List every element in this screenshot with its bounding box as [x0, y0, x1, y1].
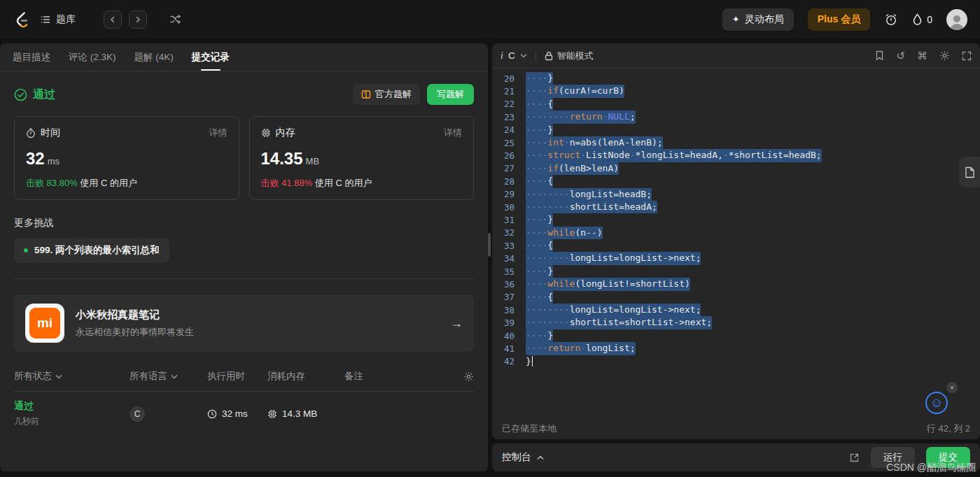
main-area: 题目描述 评论 (2.3K) 题解 (4K) 提交记录 通过: [0, 38, 980, 477]
write-solution-button[interactable]: 写题解: [427, 84, 474, 105]
status-filter-dropdown[interactable]: 所有状态: [14, 370, 130, 383]
console-toggle[interactable]: 控制台: [502, 451, 544, 464]
prev-problem-button[interactable]: [104, 10, 122, 29]
code-line[interactable]: 36····while(longList!=shortList): [492, 278, 980, 290]
code-line[interactable]: 27····if(lenB>lenA): [492, 162, 980, 175]
close-icon[interactable]: ×: [946, 382, 958, 393]
page-icon: [965, 166, 975, 178]
code-line[interactable]: 24····}: [492, 124, 980, 136]
shuffle-icon[interactable]: [169, 13, 181, 25]
official-solution-button[interactable]: 官方题解: [353, 84, 420, 105]
code-line[interactable]: 28····{: [492, 175, 980, 187]
fullscreen-icon[interactable]: [962, 51, 972, 61]
editor-status-bar: 已存储至本地 行 42, 列 2: [492, 418, 980, 439]
tab-description[interactable]: 题目描述: [13, 43, 50, 71]
submit-button[interactable]: 提交: [926, 447, 970, 468]
more-challenges-title: 更多挑战: [14, 217, 474, 229]
drop-count: 0: [927, 14, 932, 25]
console-bar: 控制台 运行 提交: [492, 443, 980, 471]
code-line[interactable]: 25····int·n=abs(lenA-lenB);: [492, 136, 980, 149]
smart-mode-toggle[interactable]: 智能模式: [545, 50, 594, 62]
challenge-link[interactable]: 599. 两个列表的最小索引总和: [14, 238, 169, 263]
runtime-detail-link[interactable]: 详情: [209, 127, 227, 139]
bookmark-icon[interactable]: [875, 50, 884, 61]
row-runtime: 32 ms: [222, 408, 248, 419]
code-line[interactable]: 21····if(curA!=curB): [492, 85, 980, 97]
code-line[interactable]: 41····return·longList;: [492, 342, 980, 355]
row-memory: 14.3 MB: [282, 408, 317, 419]
note-column-header: 备注: [344, 370, 463, 383]
tab-comments[interactable]: 评论 (2.3K): [69, 43, 116, 71]
table-settings-icon[interactable]: [463, 371, 474, 382]
plus-member-button[interactable]: Plus 会员: [808, 8, 870, 31]
memory-beat: 击败 41.88%: [261, 178, 313, 188]
code-line[interactable]: 23········return·NULL;: [492, 111, 980, 123]
clock-icon: [207, 409, 217, 419]
leetcode-logo-icon[interactable]: [13, 10, 30, 28]
help-chat-icon[interactable]: ☺: [925, 392, 948, 414]
shortcuts-icon[interactable]: ⌘: [917, 50, 927, 62]
runtime-card-title: 时间: [41, 127, 60, 139]
timer-icon[interactable]: [884, 13, 898, 27]
code-line[interactable]: 42}: [492, 355, 980, 368]
code-line[interactable]: 32····while(n--): [492, 227, 980, 239]
chat-widget: × ☺: [925, 392, 948, 414]
code-line[interactable]: 37····{: [492, 291, 980, 304]
chevron-down-icon: [520, 53, 527, 58]
runtime-card: 时间 详情 32ms 击败 83.80% 使用 C 的用户: [14, 116, 239, 200]
layout-button[interactable]: ✦ 灵动布局: [722, 8, 794, 31]
chip-icon: [261, 128, 271, 138]
language-badge: C: [130, 406, 145, 422]
memory-beat-users: 使用 C 的用户: [315, 178, 372, 188]
code-line[interactable]: 35····}: [492, 265, 980, 278]
code-line[interactable]: 38········longList=longList->next;: [492, 304, 980, 316]
problem-bank-link[interactable]: 题库: [40, 13, 76, 26]
stopwatch-icon: [26, 128, 36, 138]
text-cursor: [532, 356, 533, 366]
divider: [14, 278, 474, 279]
challenge-label: 599. 两个列表的最小索引总和: [34, 244, 160, 257]
lock-icon: [545, 51, 553, 61]
code-line[interactable]: 29········longList=headB;: [492, 188, 980, 201]
tab-submissions[interactable]: 提交记录: [192, 43, 230, 71]
code-line[interactable]: 20····}: [492, 72, 980, 85]
chip-icon: [267, 409, 277, 419]
language-selector[interactable]: i C: [500, 50, 527, 62]
memory-card: 内存 详情 14.35MB 击败 41.88% 使用 C 的用户: [249, 116, 475, 200]
memory-unit: MB: [306, 156, 320, 166]
code-line[interactable]: 22····{: [492, 98, 980, 111]
hydration-counter[interactable]: 0: [912, 13, 932, 25]
detach-console-icon[interactable]: [849, 453, 860, 463]
code-line[interactable]: 30········shortList=headA;: [492, 201, 980, 213]
run-button[interactable]: 运行: [871, 447, 915, 468]
accepted-status: 通过: [14, 87, 55, 102]
memory-detail-link[interactable]: 详情: [444, 127, 462, 139]
code-line[interactable]: 33····{: [492, 239, 980, 252]
next-problem-button[interactable]: [129, 10, 147, 29]
reset-code-icon[interactable]: ↺: [896, 50, 905, 62]
tab-solutions[interactable]: 题解 (4K): [134, 43, 174, 71]
submission-row[interactable]: 通过 几秒前 C 32 ms: [14, 391, 474, 427]
cursor-position: 行 42, 列 2: [927, 422, 970, 435]
panel-resize-handle[interactable]: [488, 233, 491, 257]
code-line[interactable]: 40····}: [492, 329, 980, 342]
difficulty-dot-icon: [24, 248, 28, 252]
code-line[interactable]: 39········shortList=shortList->next;: [492, 316, 980, 329]
book-icon: [361, 90, 371, 99]
runtime-column-header: 执行用时: [207, 370, 267, 383]
code-line[interactable]: 26····struct·ListNode·*longList=headA,·*…: [492, 149, 980, 162]
code-line[interactable]: 34········longList=longList->next;: [492, 252, 980, 264]
droplet-icon: [912, 13, 923, 25]
language-filter-dropdown[interactable]: 所有语言: [130, 370, 207, 383]
runtime-beat: 击败 83.80%: [26, 178, 78, 188]
list-icon: [40, 14, 51, 25]
promo-banner[interactable]: mi 小米秋招真题笔记 永远相信美好的事情即将发生 →: [14, 294, 474, 352]
row-status[interactable]: 通过: [14, 400, 39, 413]
notes-side-tab[interactable]: [959, 157, 980, 187]
editor-settings-icon[interactable]: [939, 50, 950, 61]
code-editor[interactable]: 20····}21····if(curA!=curB)22····{23····…: [492, 69, 980, 418]
arrow-right-icon[interactable]: →: [450, 316, 463, 331]
code-line[interactable]: 31····}: [492, 213, 980, 226]
runtime-beat-users: 使用 C 的用户: [80, 178, 137, 188]
avatar[interactable]: [946, 9, 967, 30]
